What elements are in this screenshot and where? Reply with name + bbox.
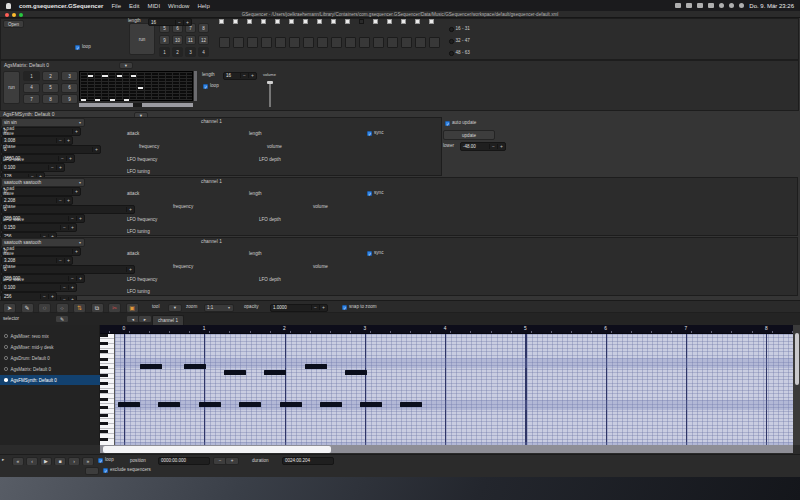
drum-pad-3[interactable]: [261, 37, 272, 48]
drum-bank-2[interactable]: 2: [172, 47, 183, 57]
machine-list-item[interactable]: AgsMatrix: Default 0: [0, 364, 100, 374]
machine-list-item[interactable]: AgsMixer: mid-y desk: [0, 342, 100, 352]
spin-increment-icon[interactable]: +: [183, 20, 191, 25]
sync-checkbox[interactable]: ✓sync: [367, 191, 383, 196]
cut-icon[interactable]: ✂: [108, 303, 121, 313]
battery-icon[interactable]: [675, 3, 681, 8]
drum-run-button[interactable]: run: [129, 23, 155, 55]
spin-increment-icon[interactable]: +: [76, 276, 84, 281]
drum-pad-10[interactable]: [359, 37, 370, 48]
spin-increment-icon[interactable]: +: [68, 285, 76, 290]
sync-checkbox[interactable]: ✓sync: [367, 251, 383, 256]
matrix-length-spinbutton[interactable]: 16 − +: [223, 72, 257, 80]
sync-checkbox[interactable]: ✓sync: [367, 131, 383, 136]
paste-icon[interactable]: ▣: [126, 303, 139, 313]
note-10[interactable]: [280, 402, 302, 407]
tab-channel-1[interactable]: channel 1: [152, 315, 184, 326]
spin-increment-icon[interactable]: +: [319, 305, 327, 310]
matrix-run-button[interactable]: run: [3, 71, 20, 104]
zoom-combobox[interactable]: 1:1▾: [204, 304, 234, 312]
matrix-index-5[interactable]: 5: [42, 83, 59, 93]
drum-bank-9[interactable]: 9: [159, 35, 170, 45]
drum-offset-32-47[interactable]: 32 - 47: [449, 39, 470, 44]
drum-pad-15[interactable]: [429, 37, 440, 48]
spin-increment-icon[interactable]: +: [497, 144, 505, 149]
note-8[interactable]: [199, 402, 221, 407]
matrix-cell-0-9[interactable]: [81, 99, 86, 101]
spin-increment-icon[interactable]: +: [76, 216, 84, 221]
spin-decrement-icon[interactable]: −: [56, 138, 64, 143]
matrix-cell-8-5[interactable]: [138, 87, 143, 89]
window-titlebar[interactable]: GSequencer - /Users/joelkraehemann/Libra…: [0, 11, 800, 18]
opacity-spinbutton[interactable]: 1.0000 − +: [270, 304, 328, 312]
tool-menu-button[interactable]: ▾: [168, 304, 182, 312]
matrix-vertical-scrollbar[interactable]: [194, 71, 197, 101]
snap-to-zoom-checkbox[interactable]: ✓ snap to zoom: [342, 305, 377, 310]
navigation-expander-icon[interactable]: ▸: [2, 458, 4, 463]
matrix-index-1[interactable]: 1: [23, 71, 40, 81]
spin-decrement-icon[interactable]: −: [175, 20, 183, 25]
drum-pad-4[interactable]: [275, 37, 286, 48]
spin-decrement-icon[interactable]: −: [40, 294, 48, 299]
drum-length-spinbutton[interactable]: 16 − +: [148, 18, 192, 26]
clear-icon[interactable]: ◌: [38, 303, 51, 313]
machine-list-item[interactable]: AgsFMSynth: Default 0: [0, 375, 100, 385]
siri-icon[interactable]: [739, 3, 744, 8]
channel-tab-label[interactable]: channel 1: [201, 179, 222, 184]
note-13[interactable]: [400, 402, 422, 407]
selector-edit-button[interactable]: ✎: [55, 315, 69, 323]
matrix-index-4[interactable]: 4: [23, 83, 40, 93]
navigation-extra-button[interactable]: [85, 467, 99, 475]
phase-field[interactable]: 0+: [1, 145, 101, 154]
machine-list-item[interactable]: AgsDrum: Default 0: [0, 353, 100, 363]
spin-increment-icon[interactable]: +: [248, 73, 256, 78]
note-9[interactable]: [239, 402, 261, 407]
spin-increment-icon[interactable]: +: [126, 267, 134, 272]
spin-increment-icon[interactable]: +: [64, 258, 72, 263]
drum-pad-6[interactable]: [303, 37, 314, 48]
position-cursor-icon[interactable]: ➤: [3, 303, 16, 313]
matrix-index-2[interactable]: 2: [42, 71, 59, 81]
spin-decrement-icon[interactable]: −: [489, 144, 497, 149]
auto-update-checkbox[interactable]: ✓auto update: [445, 121, 476, 126]
drum-pad-8[interactable]: [331, 37, 342, 48]
spin-decrement-icon[interactable]: −: [48, 165, 56, 170]
keyboard-icon[interactable]: [708, 3, 714, 8]
spin-increment-icon[interactable]: +: [48, 294, 56, 299]
matrix-index-8[interactable]: 8: [42, 94, 59, 104]
matrix-cell-2-9[interactable]: [95, 99, 100, 101]
note-5[interactable]: [345, 370, 367, 375]
position-field[interactable]: 0000:00.000: [158, 457, 210, 466]
vertical-scrollbar-thumb[interactable]: [795, 333, 799, 385]
spin-increment-icon[interactable]: +: [64, 198, 72, 203]
channel-tab-label[interactable]: channel 1: [201, 119, 222, 124]
menubar-app-name[interactable]: com.gsequencer.GSequencer: [19, 3, 103, 9]
exclude-sequencers-checkbox[interactable]: ✓ exclude sequencers: [103, 468, 151, 473]
matrix-index-9[interactable]: 9: [61, 94, 78, 104]
phase-field[interactable]: 0+: [1, 265, 135, 274]
drum-pad-12[interactable]: [387, 37, 398, 48]
menu-file[interactable]: File: [111, 3, 121, 9]
matrix-cell-3-1[interactable]: [102, 75, 107, 77]
spin-increment-icon[interactable]: +: [72, 249, 80, 254]
volume-spinbutton[interactable]: 0.100−+: [1, 283, 77, 292]
matrix-index-7[interactable]: 7: [23, 94, 40, 104]
piano-roll-grid[interactable]: [115, 334, 793, 445]
menu-help[interactable]: Help: [197, 3, 209, 9]
drum-bank-1[interactable]: 1: [159, 47, 170, 57]
spin-decrement-icon[interactable]: −: [68, 276, 76, 281]
copy-icon[interactable]: ⧉: [91, 303, 104, 313]
spin-decrement-icon[interactable]: −: [60, 285, 68, 290]
note-1[interactable]: [184, 364, 206, 369]
matrix-cell-1-1[interactable]: [88, 75, 93, 77]
drum-pad-1[interactable]: [233, 37, 244, 48]
spin-increment-icon[interactable]: +: [68, 225, 76, 230]
channel-tab-label[interactable]: channel 1: [201, 239, 222, 244]
menubar-clock[interactable]: Do. 9. Mär 23:26: [749, 3, 794, 9]
drum-loop-checkbox[interactable]: ✓ loop: [75, 45, 91, 50]
menu-midi[interactable]: MIDI: [147, 3, 160, 9]
spin-decrement-icon[interactable]: −: [56, 258, 64, 263]
drum-bank-8[interactable]: 8: [198, 23, 209, 33]
matrix-cell-4-9[interactable]: [110, 99, 115, 101]
invert-icon[interactable]: ⇅: [73, 303, 86, 313]
